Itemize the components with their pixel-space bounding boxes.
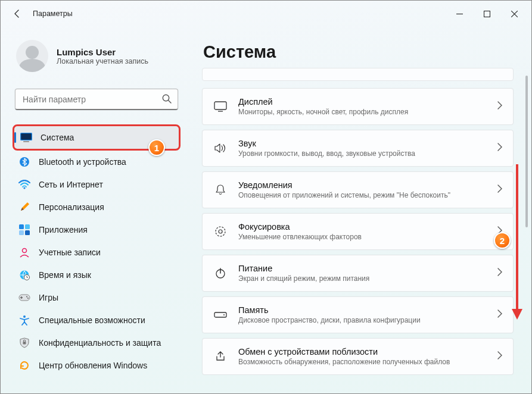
maximize-icon	[484, 11, 490, 17]
card-focus[interactable]: Фокусировка Уменьшение отвлекающих факто…	[202, 213, 514, 250]
window-controls	[446, 4, 528, 23]
card-power[interactable]: Питание Экран и спящий режим, режим пита…	[202, 255, 514, 292]
account-name: Lumpics User	[57, 47, 148, 57]
svg-point-19	[23, 315, 26, 318]
sidebar-item-accounts[interactable]: Учетные записи	[13, 241, 181, 264]
card-display[interactable]: Дисплей Мониторы, яркость, ночной свет, …	[202, 88, 514, 125]
sidebar: Lumpics User Локальная учетная запись Си…	[1, 27, 186, 393]
svg-line-3	[169, 101, 172, 104]
bell-icon	[213, 184, 228, 196]
sidebar-item-network[interactable]: Сеть и Интернет	[13, 173, 181, 196]
accessibility-icon	[18, 314, 30, 326]
account-type: Локальная учетная запись	[57, 57, 148, 65]
sidebar-item-label: Персонализация	[39, 202, 104, 212]
titlebar: Параметры	[1, 1, 531, 27]
svg-point-17	[26, 296, 27, 297]
svg-point-23	[216, 227, 225, 236]
card-title: Питание	[238, 264, 487, 273]
sidebar-item-update[interactable]: Центр обновления Windows	[13, 354, 181, 377]
card-title: Дисплей	[238, 97, 487, 107]
wifi-icon	[18, 179, 30, 190]
person-icon	[18, 246, 30, 258]
focus-icon	[213, 226, 228, 237]
brush-icon	[18, 201, 30, 213]
arrow-left-icon	[13, 9, 22, 18]
account-block[interactable]: Lumpics User Локальная учетная запись	[13, 27, 181, 80]
svg-point-18	[27, 298, 29, 299]
clock-globe-icon	[18, 269, 30, 281]
card-title: Обмен с устройствами поблизости	[238, 347, 487, 357]
avatar	[16, 40, 48, 72]
main-panel: Система Дисплей Мониторы, яркость, ночно…	[186, 27, 531, 393]
svg-rect-11	[19, 230, 24, 235]
card-title: Уведомления	[238, 180, 487, 190]
maximize-button[interactable]	[473, 4, 500, 23]
svg-rect-10	[25, 224, 30, 229]
card-nearby-sharing[interactable]: Обмен с устройствами поблизости Возможно…	[202, 338, 514, 375]
chevron-right-icon	[497, 268, 502, 279]
sidebar-item-accessibility[interactable]: Специальные возможности	[13, 309, 181, 332]
bluetooth-icon	[18, 156, 30, 168]
card-sub: Дисковое пространство, диски, правила ко…	[238, 316, 487, 324]
sidebar-item-privacy[interactable]: Конфиденциальность и защита	[13, 332, 181, 354]
card-sub: Возможность обнаружения, расположение по…	[238, 358, 487, 366]
window-title: Параметры	[33, 10, 73, 18]
storage-icon	[213, 311, 228, 319]
annotation-arrow	[510, 161, 524, 322]
card-notifications[interactable]: Уведомления Оповещения от приложений и с…	[202, 171, 514, 208]
svg-rect-6	[23, 141, 29, 142]
card-title: Звук	[238, 139, 487, 148]
back-button[interactable]	[8, 4, 27, 23]
chevron-right-icon	[497, 185, 502, 195]
card-partial-top[interactable]	[202, 68, 514, 81]
share-icon	[213, 351, 228, 362]
nav-list: Система Bluetooth и устройства Сеть и Ин…	[13, 124, 181, 377]
sidebar-item-apps[interactable]: Приложения	[13, 218, 181, 241]
minimize-button[interactable]	[446, 4, 473, 23]
svg-rect-21	[214, 102, 226, 110]
chevron-right-icon	[497, 143, 502, 154]
display-icon	[213, 101, 228, 112]
sidebar-item-label: Приложения	[39, 225, 88, 234]
sidebar-item-personalization[interactable]: Персонализация	[13, 196, 181, 218]
close-button[interactable]	[500, 4, 528, 23]
search-icon	[161, 93, 172, 107]
chevron-right-icon	[497, 351, 502, 362]
update-icon	[18, 359, 30, 371]
card-sub: Оповещения от приложений и системы, режи…	[238, 191, 487, 199]
apps-icon	[18, 224, 30, 236]
card-title: Память	[238, 305, 487, 315]
gamepad-icon	[18, 292, 30, 304]
sidebar-item-label: Игры	[39, 293, 58, 302]
svg-rect-9	[19, 224, 24, 229]
svg-marker-30	[512, 309, 522, 320]
chevron-right-icon	[497, 101, 502, 112]
sidebar-item-time[interactable]: Время и язык	[13, 264, 181, 286]
search-wrap	[15, 89, 178, 110]
card-sub: Уровни громкости, вывод, ввод, звуковые …	[238, 149, 487, 158]
power-icon	[213, 267, 228, 279]
sidebar-item-gaming[interactable]: Игры	[13, 286, 181, 309]
scrollbar-thumb[interactable]	[525, 76, 528, 227]
annotation-badge-1: 1	[148, 139, 165, 156]
svg-rect-20	[23, 342, 26, 345]
card-title: Фокусировка	[238, 222, 487, 232]
card-sub: Мониторы, яркость, ночной свет, профиль …	[238, 108, 487, 116]
sound-icon	[213, 143, 228, 154]
sidebar-item-label: Специальные возможности	[39, 315, 145, 325]
sidebar-item-label: Конфиденциальность и защита	[39, 338, 161, 348]
page-title: Система	[203, 42, 514, 62]
search-input[interactable]	[15, 89, 178, 110]
sidebar-item-label: Система	[41, 133, 74, 142]
svg-point-24	[219, 230, 222, 233]
svg-rect-1	[484, 11, 490, 17]
sidebar-item-label: Bluetooth и устройства	[39, 157, 126, 167]
card-sound[interactable]: Звук Уровни громкости, вывод, ввод, звук…	[202, 130, 514, 167]
minimize-icon	[456, 11, 463, 17]
system-icon	[20, 132, 32, 143]
sidebar-item-label: Учетные записи	[39, 248, 101, 257]
card-sub: Уменьшение отвлекающих факторов	[238, 233, 487, 241]
card-storage[interactable]: Память Дисковое пространство, диски, пра…	[202, 296, 514, 333]
sidebar-item-label: Сеть и Интернет	[39, 180, 103, 189]
svg-rect-12	[25, 230, 30, 235]
